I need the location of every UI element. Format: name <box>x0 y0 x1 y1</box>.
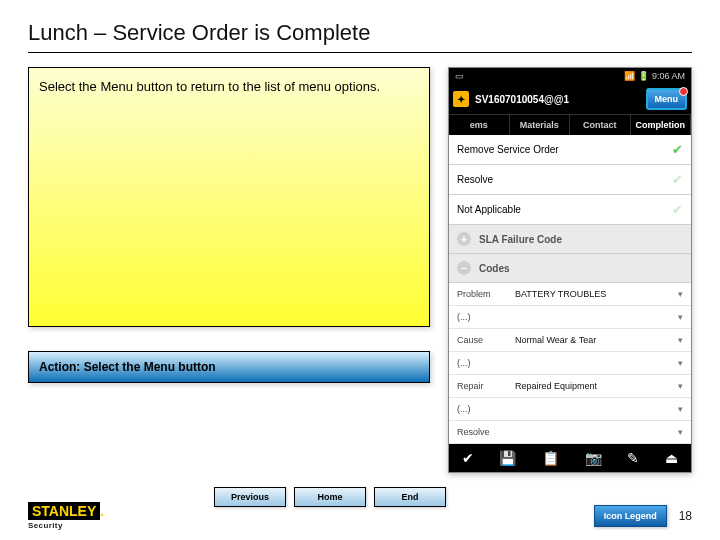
field-resolve[interactable]: Resolve ▾ <box>449 421 691 444</box>
check-icon[interactable]: ✔ <box>462 450 474 466</box>
field-ellipsis[interactable]: (...)▾ <box>449 352 691 375</box>
field-key: (...) <box>457 404 515 414</box>
status-battery-icon: 🔋 <box>638 71 649 81</box>
edit-icon[interactable]: ✎ <box>627 450 639 466</box>
row-label: Remove Service Order <box>457 144 559 155</box>
app-logo-icon: ✦ <box>453 91 469 107</box>
field-value: Repaired Equipment <box>515 381 678 391</box>
phone-statusbar: ▭ 📶 🔋 9:06 AM <box>449 68 691 84</box>
group-sla-failure[interactable]: + SLA Failure Code <box>449 225 691 254</box>
phone-bottombar: ✔ 💾 📋 📷 ✎ ⏏ <box>449 444 691 472</box>
status-signal-icon: 📶 <box>624 71 635 81</box>
plus-icon: + <box>457 232 471 246</box>
brand-logo: STANLEY. Security <box>28 502 104 530</box>
group-label: Codes <box>479 263 510 274</box>
chevron-down-icon: ▾ <box>678 335 683 345</box>
row-resolve[interactable]: Resolve ✔ <box>449 165 691 195</box>
exit-icon[interactable]: ⏏ <box>665 450 678 466</box>
chevron-down-icon: ▾ <box>678 427 683 437</box>
row-remove-service-order[interactable]: Remove Service Order ✔ <box>449 135 691 165</box>
icon-legend-button[interactable]: Icon Legend <box>594 505 667 527</box>
field-key: Cause <box>457 335 515 345</box>
field-value: Normal Wear & Tear <box>515 335 678 345</box>
tab-completion[interactable]: Completion <box>631 115 692 135</box>
tab-materials[interactable]: Materials <box>510 115 571 135</box>
checkmark-icon: ✔ <box>672 202 683 217</box>
row-label: Not Applicable <box>457 204 521 215</box>
chevron-down-icon: ▾ <box>678 381 683 391</box>
chevron-down-icon: ▾ <box>678 404 683 414</box>
phone-screenshot: ▭ 📶 🔋 9:06 AM ✦ SV1607010054@@1 Menu ems… <box>448 67 692 473</box>
instruction-callout: Select the Menu button to return to the … <box>28 67 430 327</box>
field-value: BATTERY TROUBLES <box>515 289 678 299</box>
group-codes[interactable]: − Codes <box>449 254 691 283</box>
phone-appbar: ✦ SV1607010054@@1 Menu <box>449 84 691 114</box>
field-problem[interactable]: Problem BATTERY TROUBLES ▾ <box>449 283 691 306</box>
checkmark-icon: ✔ <box>672 142 683 157</box>
field-key: Resolve <box>457 427 515 437</box>
field-ellipsis[interactable]: (...)▾ <box>449 306 691 329</box>
chevron-down-icon: ▾ <box>678 358 683 368</box>
checkmark-icon: ✔ <box>672 172 683 187</box>
camera-icon[interactable]: 📷 <box>585 450 602 466</box>
status-time: 9:06 AM <box>652 71 685 81</box>
phone-tabbar: ems Materials Contact Completion <box>449 114 691 135</box>
field-key: (...) <box>457 312 515 322</box>
group-label: SLA Failure Code <box>479 234 562 245</box>
field-key: (...) <box>457 358 515 368</box>
minus-icon: − <box>457 261 471 275</box>
field-cause[interactable]: Cause Normal Wear & Tear ▾ <box>449 329 691 352</box>
row-not-applicable[interactable]: Not Applicable ✔ <box>449 195 691 225</box>
order-id: SV1607010054@@1 <box>475 94 640 105</box>
row-label: Resolve <box>457 174 493 185</box>
clipboard-icon[interactable]: 📋 <box>542 450 559 466</box>
tab-items[interactable]: ems <box>449 115 510 135</box>
chevron-down-icon: ▾ <box>678 312 683 322</box>
field-repair[interactable]: Repair Repaired Equipment ▾ <box>449 375 691 398</box>
menu-button[interactable]: Menu <box>646 88 688 110</box>
brand-name: STANLEY <box>28 502 100 520</box>
field-key: Repair <box>457 381 515 391</box>
tab-contact[interactable]: Contact <box>570 115 631 135</box>
chevron-down-icon: ▾ <box>678 289 683 299</box>
brand-sub: Security <box>28 521 104 530</box>
page-title: Lunch – Service Order is Complete <box>28 20 692 53</box>
page-number: 18 <box>679 509 692 523</box>
save-icon[interactable]: 💾 <box>499 450 516 466</box>
field-key: Problem <box>457 289 515 299</box>
field-ellipsis[interactable]: (...)▾ <box>449 398 691 421</box>
action-callout: Action: Select the Menu button <box>28 351 430 383</box>
status-carrier-icon: ▭ <box>455 71 464 81</box>
